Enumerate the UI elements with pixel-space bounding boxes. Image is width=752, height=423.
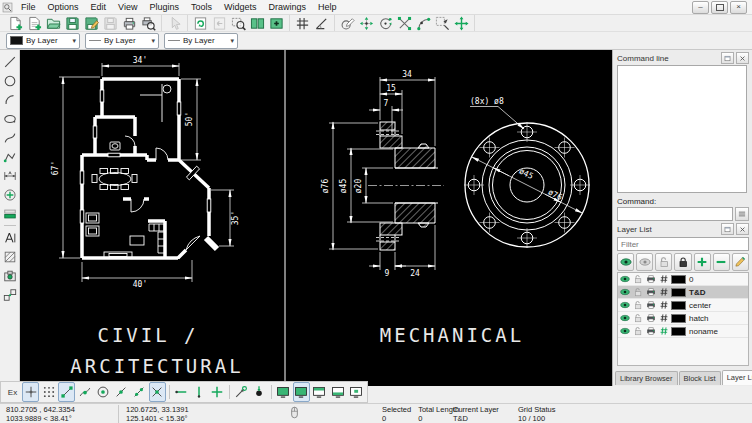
status-top-button[interactable] — [311, 382, 328, 402]
dimension-tool-button[interactable] — [1, 166, 19, 185]
menu-edit[interactable]: Edit — [85, 1, 113, 13]
redraw-view-button[interactable] — [191, 15, 210, 31]
snap-middle-button[interactable] — [112, 382, 129, 402]
layer-lock-icon[interactable] — [631, 326, 644, 336]
snap-on-entity-button[interactable] — [76, 382, 93, 402]
restore-button[interactable] — [711, 1, 728, 14]
layer-lock-icon[interactable] — [631, 274, 644, 284]
add-layer-button[interactable] — [694, 253, 711, 271]
modify-layer-button[interactable] — [732, 253, 749, 271]
layer-row[interactable]: 0 — [618, 273, 748, 286]
rotate-entities-button[interactable] — [376, 15, 395, 31]
tab-block-list[interactable]: Block List — [679, 371, 721, 385]
close-button[interactable]: × — [730, 1, 747, 14]
layer-construction-icon[interactable] — [657, 326, 670, 336]
snap-grid-button[interactable] — [40, 382, 57, 402]
layer-visible-icon[interactable] — [618, 326, 631, 336]
status-solid-button[interactable] — [275, 382, 292, 402]
layer-construction-icon[interactable] — [657, 313, 670, 323]
point-tool-button[interactable] — [1, 185, 19, 204]
layer-color-swatch[interactable] — [670, 314, 687, 323]
dock-close-button[interactable] — [736, 52, 749, 64]
new-from-template-button[interactable] — [25, 15, 44, 31]
lock-relative-zero-button[interactable] — [251, 382, 268, 402]
print-button[interactable] — [120, 15, 139, 31]
ellipse-tool-button[interactable] — [1, 109, 19, 128]
layer-construction-icon[interactable] — [657, 300, 670, 310]
new-document-button[interactable] — [6, 15, 25, 31]
circle-tool-button[interactable] — [1, 71, 19, 90]
print-preview-button[interactable] — [139, 15, 158, 31]
status-dot-button[interactable] — [347, 382, 364, 402]
drawing-canvas[interactable]: 34' 50' 67' 35' 40' CIVIL / ARCITECTURAL — [20, 50, 612, 386]
layer-lock-icon[interactable] — [631, 300, 644, 310]
pen-color-select[interactable]: By Layer ▾ — [6, 33, 80, 49]
show-all-layers-button[interactable] — [617, 253, 634, 271]
restrict-horizontal-button[interactable] — [173, 382, 190, 402]
layer-row[interactable]: center — [618, 299, 748, 312]
selection-pointer-button[interactable] — [165, 15, 184, 31]
layer-visible-icon[interactable] — [618, 313, 631, 323]
remove-layer-button[interactable] — [713, 253, 730, 271]
layer-visible-icon[interactable] — [618, 300, 631, 310]
unlock-all-layers-button[interactable] — [655, 253, 672, 271]
layer-color-swatch[interactable] — [670, 288, 687, 297]
command-options-button[interactable] — [735, 207, 749, 221]
zoom-window-button[interactable] — [229, 15, 248, 31]
restrict-nothing-button[interactable] — [209, 382, 226, 402]
layer-row[interactable]: hatch — [618, 312, 748, 325]
layer-construction-icon[interactable] — [657, 287, 670, 297]
layer-row[interactable]: noname — [618, 325, 748, 338]
minimize-button[interactable]: – — [692, 1, 709, 14]
layer-visible-icon[interactable] — [618, 287, 631, 297]
restrict-vertical-button[interactable] — [191, 382, 208, 402]
set-relative-zero-button[interactable] — [233, 382, 250, 402]
lock-all-layers-button[interactable] — [674, 253, 691, 271]
dock-float-button[interactable] — [721, 52, 734, 64]
layer-color-swatch[interactable] — [670, 327, 687, 336]
previous-view-button[interactable] — [210, 15, 229, 31]
open-file-button[interactable] — [44, 15, 63, 31]
snap-intersection-button[interactable] — [149, 382, 166, 402]
menu-help[interactable]: Help — [312, 1, 343, 13]
layer-filter-input[interactable] — [617, 237, 749, 251]
layer-lock-icon[interactable] — [631, 287, 644, 297]
pen-linetype-select[interactable]: By Layer ▾ — [164, 33, 238, 49]
hatch-tool-button[interactable] — [1, 247, 19, 266]
command-input[interactable] — [617, 207, 733, 221]
save-file-button[interactable] — [63, 15, 82, 31]
status-bottom-button[interactable] — [329, 382, 346, 402]
status-active-button[interactable] — [293, 382, 310, 402]
menu-plugins[interactable]: Plugins — [143, 1, 185, 13]
layer-print-icon[interactable] — [644, 326, 657, 336]
snap-center-button[interactable] — [94, 382, 111, 402]
snap-free-button[interactable] — [22, 382, 39, 402]
snap-endpoint-button[interactable] — [58, 382, 75, 402]
tab-library-browser[interactable]: Library Browser — [615, 371, 678, 385]
arc-tool-button[interactable] — [1, 90, 19, 109]
save-as-button[interactable] — [82, 15, 101, 31]
save-all-button[interactable] — [101, 15, 120, 31]
layer-print-icon[interactable] — [644, 313, 657, 323]
layer-visible-icon[interactable] — [618, 274, 631, 284]
layer-color-swatch[interactable] — [670, 301, 687, 310]
tab-layer-list[interactable]: Layer List — [722, 370, 752, 385]
line-tool-button[interactable] — [1, 52, 19, 71]
layer-row[interactable]: T&D — [618, 286, 748, 299]
pen-edit-button[interactable] — [338, 15, 357, 31]
text-tool-button[interactable] — [1, 228, 19, 247]
scale-entities-button[interactable] — [395, 15, 414, 31]
grid-toggle-button[interactable] — [293, 15, 312, 31]
menu-drawings[interactable]: Drawings — [262, 1, 312, 13]
image-tool-button[interactable] — [1, 266, 19, 285]
polyline-tool-button[interactable] — [1, 147, 19, 166]
layer-print-icon[interactable] — [644, 274, 657, 284]
layer-color-swatch[interactable] — [670, 275, 687, 284]
command-history[interactable] — [617, 65, 747, 193]
menu-widgets[interactable]: Widgets — [218, 1, 263, 13]
new-window-button[interactable] — [267, 15, 286, 31]
menu-options[interactable]: Options — [42, 1, 85, 13]
snap-distance-button[interactable] — [131, 382, 148, 402]
layer-print-icon[interactable] — [644, 300, 657, 310]
block-tool-button[interactable] — [1, 285, 19, 304]
